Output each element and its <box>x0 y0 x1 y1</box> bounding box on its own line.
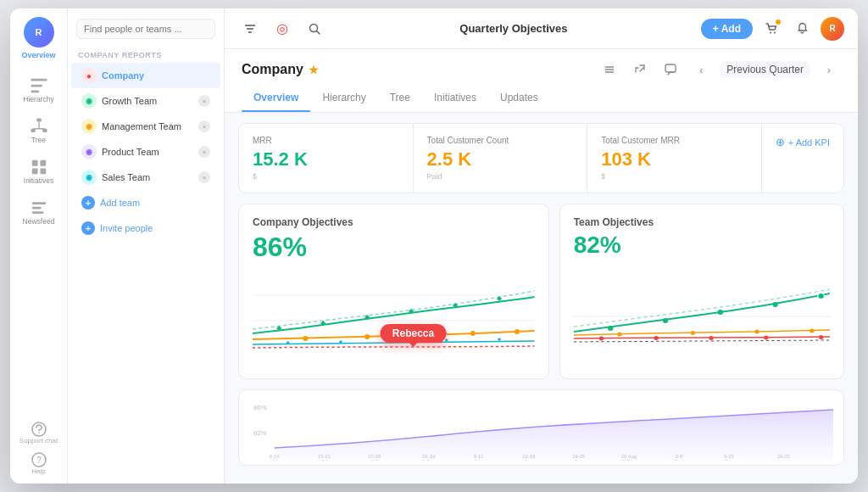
invite-plus-icon: + <box>81 221 95 235</box>
svg-rect-1 <box>31 85 42 87</box>
svg-point-55 <box>817 294 824 299</box>
add-main-button[interactable]: + Add <box>701 19 753 39</box>
svg-marker-48 <box>498 338 501 341</box>
kpi-count-value: 2.5 K <box>427 148 574 171</box>
sidebar-item-newsfeed[interactable]: Newsfeed <box>10 193 67 232</box>
user-menu-avatar[interactable]: R <box>821 17 844 41</box>
svg-point-57 <box>690 331 694 335</box>
share-icon-btn[interactable] <box>628 58 652 81</box>
kpi-mrr-label: MRR <box>253 136 399 145</box>
add-kpi-button[interactable]: ⊕ + Add KPI <box>776 136 830 148</box>
tree-icon <box>30 119 48 134</box>
team-chart-percent: 82% <box>574 232 830 259</box>
add-team-button[interactable]: + Add team <box>71 190 220 215</box>
settings-icon-btn[interactable] <box>598 58 621 81</box>
tab-hierarchy[interactable]: Hierarchy <box>310 87 377 112</box>
svg-rect-12 <box>31 202 46 204</box>
svg-text:Sep: Sep <box>675 459 684 461</box>
team-item-sales[interactable]: ◉ Sales Team × <box>71 165 220 190</box>
team-item-company[interactable]: ● Company <box>71 63 220 88</box>
tree-nav-label: Tree <box>31 136 46 144</box>
team-chart-title: Team Objectives <box>574 216 830 228</box>
bell-icon-btn[interactable] <box>790 17 814 41</box>
svg-rect-11 <box>40 168 46 174</box>
management-name: Management Team <box>102 121 181 131</box>
quarter-selector[interactable]: Previous Quarter <box>720 61 810 78</box>
management-close-btn[interactable]: × <box>198 120 210 132</box>
invite-people-button[interactable]: + Invite people <box>71 215 220 241</box>
sidebar-item-initiatives[interactable]: Initiatives <box>10 153 67 192</box>
svg-rect-9 <box>40 160 46 166</box>
svg-rect-2 <box>31 91 39 93</box>
sub-header-actions: ‹ Previous Quarter › <box>598 58 841 81</box>
help-button[interactable]: ? Help <box>31 452 47 475</box>
tab-updates[interactable]: Updates <box>488 87 550 112</box>
sidebar-bottom: Support chat ? Help <box>19 422 58 484</box>
tab-overview[interactable]: Overview <box>242 87 310 112</box>
main-content: ◎ Quarterly Objectives + Add <box>225 8 858 484</box>
page-title: Quarterly Objectives <box>459 22 567 35</box>
area-chart-container: 86% 82% 8-14 Jul 15-21 <box>238 389 844 466</box>
team-item-management[interactable]: ◉ Management Team × <box>71 114 220 139</box>
kpi-cmrr-value: 103 K <box>601 148 748 171</box>
company-chart-svg <box>253 270 535 363</box>
team-item-growth[interactable]: ◉ Growth Team × <box>71 88 220 114</box>
add-team-plus-icon: + <box>81 196 95 210</box>
main-scroll-area[interactable]: MRR 15.2 K $ Total Customer Count 2.5 K … <box>225 113 858 484</box>
user-avatar[interactable]: R <box>24 17 54 48</box>
company-icon: ● <box>81 68 97 83</box>
product-name: Product Team <box>102 147 159 157</box>
section-label: COMPANY REPORTS <box>68 46 224 63</box>
svg-point-54 <box>772 302 777 307</box>
support-chat-button[interactable]: Support chat <box>19 422 58 445</box>
svg-point-39 <box>303 336 308 341</box>
svg-text:Aug: Aug <box>474 459 482 461</box>
hierarchy-icon <box>30 78 48 93</box>
svg-text:8 Aug: 8 Aug <box>422 459 435 461</box>
svg-rect-8 <box>31 160 37 166</box>
sidebar-item-tree[interactable]: Tree <box>10 112 67 151</box>
search-icon-btn[interactable] <box>303 17 326 41</box>
svg-rect-13 <box>31 207 41 210</box>
svg-point-53 <box>717 310 722 315</box>
filter-icon-btn[interactable] <box>238 17 262 41</box>
team-objectives-card: Team Objectives 82% <box>559 204 844 379</box>
svg-point-52 <box>662 318 667 323</box>
favorite-star-icon[interactable]: ★ <box>309 64 319 76</box>
svg-point-24 <box>770 31 771 33</box>
sub-header: Company ★ <box>225 49 858 113</box>
svg-rect-14 <box>31 211 43 214</box>
cart-icon-btn[interactable] <box>760 17 783 41</box>
svg-text:Jul: Jul <box>371 459 378 461</box>
user-tooltip: Rebecca <box>381 324 446 343</box>
search-input[interactable] <box>76 19 215 39</box>
svg-point-58 <box>754 330 759 334</box>
prev-quarter-btn[interactable]: ‹ <box>689 58 713 81</box>
kpi-count-label: Total Customer Count <box>427 136 574 145</box>
svg-rect-0 <box>31 79 47 81</box>
next-quarter-btn[interactable]: › <box>817 58 841 81</box>
team-item-product[interactable]: ◉ Product Team × <box>71 139 220 165</box>
svg-point-16 <box>38 433 40 434</box>
left-sidebar: R Overview Hierarchy <box>10 8 68 484</box>
inner-sidebar: COMPANY REPORTS ● Company ◉ Growth Team … <box>68 8 225 484</box>
company-title-container: Company ★ <box>242 62 319 77</box>
growth-close-btn[interactable]: × <box>198 95 210 107</box>
sidebar-item-hierarchy[interactable]: Hierarchy <box>10 71 67 110</box>
svg-point-40 <box>364 334 370 339</box>
svg-point-64 <box>819 335 823 339</box>
sales-close-btn[interactable]: × <box>198 171 210 183</box>
tab-tree[interactable]: Tree <box>378 87 422 112</box>
initiatives-nav-label: Initiatives <box>24 176 53 185</box>
initiatives-icon <box>30 159 48 175</box>
kpi-mrr-sub: $ <box>253 172 399 181</box>
team-chart-svg <box>574 266 830 359</box>
svg-text:Aug: Aug <box>575 459 583 461</box>
growth-icon: ◉ <box>81 93 97 109</box>
kpi-cmrr-label: Total Customer MRR <box>601 136 748 145</box>
tab-initiatives[interactable]: Initiatives <box>422 87 488 112</box>
comment-icon-btn[interactable] <box>659 58 682 81</box>
kpi-card-customer-count: Total Customer Count 2.5 K Paid <box>414 124 588 193</box>
product-close-btn[interactable]: × <box>198 146 210 158</box>
kpi-card-mrr: MRR 15.2 K $ <box>239 124 414 193</box>
